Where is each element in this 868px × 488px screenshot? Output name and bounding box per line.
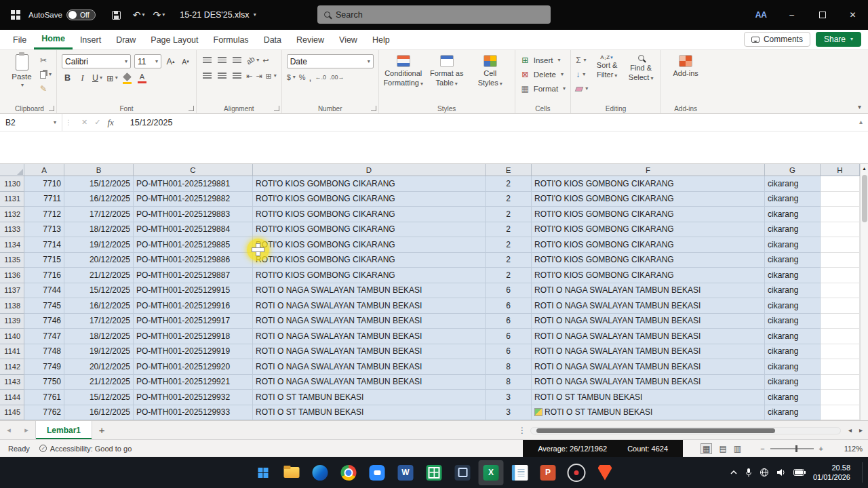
font-dialog-launcher-icon[interactable]	[189, 106, 194, 111]
cell-d[interactable]: ROTI O NAGA SWALAYAN TAMBUN BEKASI	[253, 314, 486, 329]
cell-g[interactable]: cikarang	[765, 405, 821, 421]
collapse-formula-bar-icon[interactable]: ▴	[859, 118, 863, 125]
column-header-B[interactable]: B	[64, 164, 134, 176]
cell-e[interactable]: 2	[486, 268, 532, 283]
column-header-H[interactable]: H	[821, 164, 860, 176]
cell-h[interactable]	[821, 314, 860, 329]
cell-e[interactable]: 2	[486, 237, 532, 253]
cell-g[interactable]: cikarang	[765, 375, 821, 390]
cell-b[interactable]: 15/12/2025	[64, 390, 134, 405]
cell-h[interactable]	[821, 298, 860, 314]
cell-a[interactable]: 7762	[24, 405, 64, 421]
cell-c[interactable]: PO-MTH001-2025129884	[134, 222, 253, 238]
cell-a[interactable]: 7711	[24, 192, 64, 207]
cell-e[interactable]: 6	[486, 344, 532, 360]
cell-c[interactable]: PO-MTH001-2025129933	[134, 405, 253, 421]
font-size-select[interactable]: 11▾	[134, 54, 161, 68]
word-icon[interactable]: W	[393, 460, 418, 485]
page-layout-view-button[interactable]: ▤	[719, 444, 726, 453]
cell-d[interactable]: ROTI'O KIOS GOMBONG CIKARANG	[253, 237, 486, 253]
maximize-button[interactable]	[807, 0, 837, 30]
cell-c[interactable]: PO-MTH001-2025129885	[134, 237, 253, 253]
row-header[interactable]: 1134	[0, 237, 24, 253]
addins-button[interactable]: Add-ins	[666, 53, 705, 103]
cell-h[interactable]	[821, 344, 860, 360]
format-cells-button[interactable]: ▦Format▾	[520, 81, 566, 96]
cell-b[interactable]: 15/12/2025	[64, 176, 134, 192]
cell-d[interactable]: ROTI O NAGA SWALAYAN TAMBUN BEKASI	[253, 298, 486, 314]
cell-b[interactable]: 16/12/2025	[64, 298, 134, 314]
accessibility-status[interactable]: ✓ Accessibility: Good to go	[39, 445, 132, 453]
tab-data[interactable]: Data	[256, 30, 289, 49]
row-header[interactable]: 1142	[0, 359, 24, 375]
redo-button[interactable]: ↷▾	[153, 9, 165, 20]
powerpoint-icon[interactable]: P	[536, 460, 561, 485]
cell-b[interactable]: 21/12/2025	[64, 268, 134, 283]
row-header[interactable]: 1135	[0, 253, 24, 268]
volume-icon[interactable]	[776, 468, 786, 476]
cell-e[interactable]: 6	[486, 314, 532, 329]
tab-help[interactable]: Help	[365, 30, 397, 49]
cancel-icon[interactable]: ✕	[81, 118, 87, 127]
cell-e[interactable]: 2	[486, 192, 532, 207]
row-header[interactable]: 1133	[0, 222, 24, 238]
cell-d[interactable]: ROTI O NAGA SWALAYAN TAMBUN BEKASI	[253, 329, 486, 344]
cell-a[interactable]: 7710	[24, 176, 64, 192]
cell-e[interactable]: 2	[486, 176, 532, 192]
cell-b[interactable]: 21/12/2025	[64, 375, 134, 390]
cell-e[interactable]: 8	[486, 359, 532, 375]
fill-button[interactable]: ↓▾	[576, 69, 588, 80]
cell-h[interactable]	[821, 222, 860, 238]
file-name[interactable]: 15-21 DES'25.xlsx▾	[180, 10, 256, 20]
cell-c[interactable]: PO-MTH001-2025129916	[134, 298, 253, 314]
tab-draw[interactable]: Draw	[108, 30, 143, 49]
microphone-icon[interactable]	[745, 468, 752, 477]
cell-e[interactable]: 2	[486, 207, 532, 222]
cell-d[interactable]: ROTI'O KIOS GOMBONG CIKARANG	[253, 207, 486, 222]
cell-f[interactable]: ROTI O NAGA SWALAYAN TAMBUN BEKASI	[532, 359, 765, 375]
app-icon[interactable]	[450, 460, 475, 485]
formula-bar-expanded-area[interactable]	[0, 131, 868, 164]
cell-e[interactable]: 6	[486, 329, 532, 344]
add-sheet-button[interactable]: +	[92, 424, 111, 436]
grow-font-button[interactable]: A▴	[165, 56, 176, 68]
cell-h[interactable]	[821, 375, 860, 390]
cell-b[interactable]: 17/12/2025	[64, 207, 134, 222]
edge-icon[interactable]	[308, 460, 333, 485]
cell-e[interactable]: 3	[486, 405, 532, 421]
cell-f[interactable]: ROTI O ST TAMBUN BEKASI	[532, 405, 765, 421]
horizontal-scrollbar[interactable]	[530, 427, 841, 434]
borders-button[interactable]: ⊞▾	[106, 72, 118, 84]
cell-d[interactable]: ROTI'O KIOS GOMBONG CIKARANG	[253, 176, 486, 192]
row-header[interactable]: 1143	[0, 375, 24, 390]
zoom-slider[interactable]	[770, 448, 814, 449]
cell-c[interactable]: PO-MTH001-2025129883	[134, 207, 253, 222]
cut-button[interactable]: ✂	[40, 55, 52, 66]
cell-styles-button[interactable]: Cell Styles▾	[471, 53, 510, 103]
cell-d[interactable]: ROTI'O KIOS GOMBONG CIKARANG	[253, 192, 486, 207]
fill-color-button[interactable]	[121, 72, 133, 84]
row-header[interactable]: 1141	[0, 344, 24, 360]
cell-b[interactable]: 19/12/2025	[64, 344, 134, 360]
sheets-icon[interactable]	[422, 460, 447, 485]
row-header[interactable]: 1139	[0, 314, 24, 329]
cell-e[interactable]: 3	[486, 390, 532, 405]
align-top-button[interactable]	[201, 54, 213, 66]
row-header[interactable]: 1145	[0, 405, 24, 421]
number-format-select[interactable]: Date▾	[287, 54, 374, 68]
cell-f[interactable]: ROTI'O KIOS GOMBONG CIKARANG	[532, 222, 765, 238]
autosum-button[interactable]: Σ▾	[576, 55, 588, 66]
cell-e[interactable]: 2	[486, 222, 532, 238]
cell-g[interactable]: cikarang	[765, 192, 821, 207]
cell-a[interactable]: 7716	[24, 268, 64, 283]
cell-f[interactable]: ROTI'O KIOS GOMBONG CIKARANG	[532, 207, 765, 222]
save-icon[interactable]	[112, 11, 121, 20]
scroll-left-icon[interactable]: ◂	[848, 426, 852, 434]
row-header[interactable]: 1131	[0, 192, 24, 207]
format-painter-button[interactable]: ✎	[40, 83, 52, 94]
zoom-slider-thumb[interactable]	[795, 445, 797, 452]
cell-f[interactable]: ROTI'O KIOS GOMBONG CIKARANG	[532, 268, 765, 283]
cell-b[interactable]: 18/12/2025	[64, 329, 134, 344]
cell-b[interactable]: 20/12/2025	[64, 359, 134, 375]
scrollbar-splitter-icon[interactable]: ⋮	[518, 426, 526, 435]
